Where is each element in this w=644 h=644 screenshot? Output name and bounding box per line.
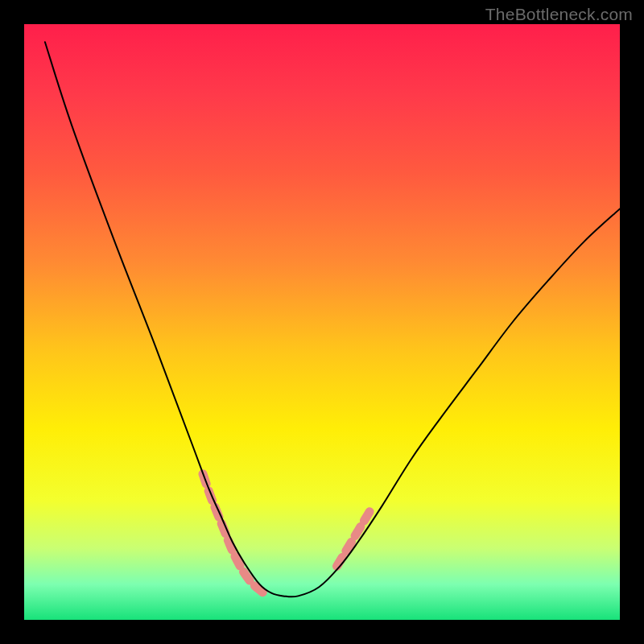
chart-stage: TheBottleneck.com [0, 0, 644, 644]
plot-background [24, 24, 620, 620]
bottleneck-chart [0, 0, 644, 644]
watermark-text: TheBottleneck.com [485, 5, 633, 24]
